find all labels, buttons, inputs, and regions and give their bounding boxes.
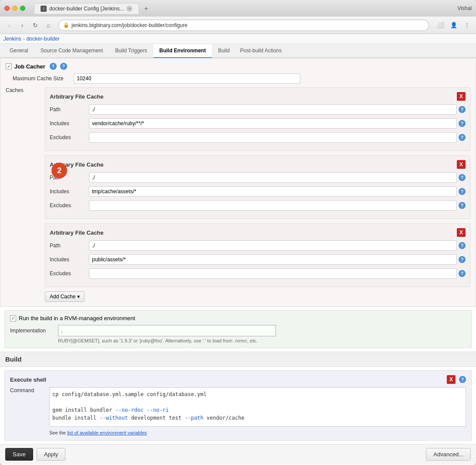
command-label: Command <box>10 387 49 427</box>
cache-3-excludes-input[interactable] <box>89 268 457 279</box>
job-cacher-checkbox[interactable] <box>6 63 12 69</box>
toolbar: ‹ › ↻ ⌂ 🔒 jenkins.bigbinary.com/job/dock… <box>0 17 476 34</box>
minimize-button[interactable] <box>12 6 17 11</box>
env-vars-row: See the list of available environment va… <box>10 429 466 436</box>
cache-3-delete-button[interactable]: X <box>457 228 466 237</box>
url-text: jenkins.bigbinary.com/job/docker-builder… <box>71 22 187 28</box>
new-tab-button[interactable]: + <box>141 3 151 14</box>
env-vars-link[interactable]: list of available environment variables <box>67 430 147 435</box>
cache-1-excludes-help[interactable]: ? <box>459 134 466 141</box>
maximize-button[interactable] <box>20 6 25 11</box>
execute-shell-delete-button[interactable]: X <box>447 375 456 384</box>
cache-2-includes-input[interactable] <box>89 186 457 197</box>
tab-build-environment[interactable]: Build Environment <box>153 44 212 58</box>
step-badge-2: 2 <box>51 163 67 178</box>
impl-label: Implementation <box>10 328 58 334</box>
advanced-button[interactable]: Advanced... <box>426 448 471 461</box>
cache-3-includes-row: Includes ? <box>50 254 466 265</box>
rvm-help-text: RUBY[@GEMSET], such as '1.9.3' or 'jruby… <box>10 338 466 343</box>
cache-3-excludes-label: Excludes <box>50 270 89 277</box>
job-cacher-help-icon[interactable]: ? <box>50 63 57 70</box>
rvm-section: 1 Run the build in a RVM-managed environ… <box>4 310 472 348</box>
job-cacher-header: Job Cacher ? ? <box>6 63 470 70</box>
breadcrumb-sep-1: › <box>23 36 25 42</box>
add-cache-label: Add Cache <box>50 294 75 300</box>
cache-1-path-label: Path <box>50 106 89 113</box>
cache-1-includes-help[interactable]: ? <box>459 120 466 127</box>
impl-row: Implementation <box>10 325 466 336</box>
cache-1-excludes-row: Excludes ? <box>50 132 466 143</box>
tab-scm[interactable]: Source Code Management <box>34 44 109 58</box>
cache-1-excludes-label: Excludes <box>50 134 89 140</box>
cache-3-includes-input[interactable] <box>89 254 457 265</box>
cache-1-header: Arbitrary File Cache X <box>50 92 466 101</box>
impl-input[interactable] <box>58 325 276 336</box>
cache-2-path-help[interactable]: ? <box>459 174 466 181</box>
add-cache-button[interactable]: Add Cache ▾ <box>45 291 85 302</box>
cache-3-includes-label: Includes <box>50 256 89 263</box>
cache-2-excludes-label: Excludes <box>50 202 89 209</box>
cache-1-excludes-input[interactable] <box>89 132 457 143</box>
jenkins-home-link[interactable]: Jenkins <box>3 36 21 42</box>
cache-2-excludes-row: Excludes ? <box>50 200 466 211</box>
back-button[interactable]: ‹ <box>3 20 15 31</box>
cache-3-path-help[interactable]: ? <box>459 242 466 249</box>
execute-shell-header: Execute shell X ? <box>10 375 466 384</box>
menu-button[interactable]: ⋮ <box>461 20 473 31</box>
cache-1-path-help[interactable]: ? <box>459 106 466 113</box>
cache-1-includes-row: Includes ? <box>50 118 466 129</box>
title-bar: J docker-builder Config [Jenkins... × + … <box>0 0 476 17</box>
save-button[interactable]: Save <box>5 448 33 461</box>
cache-1-title: Arbitrary File Cache <box>50 93 104 100</box>
toolbar-icons: ⬜ 👤 ⋮ <box>435 20 473 31</box>
active-tab[interactable]: J docker-builder Config [Jenkins... × <box>34 3 139 14</box>
cache-2-excludes-input[interactable] <box>89 200 457 211</box>
max-cache-input[interactable] <box>74 73 300 84</box>
command-textarea[interactable]: cp config/database.yml.sample config/dat… <box>49 387 466 427</box>
execute-shell-help[interactable]: ? <box>459 376 466 383</box>
address-bar[interactable]: 🔒 jenkins.bigbinary.com/job/docker-build… <box>58 20 429 31</box>
max-cache-label: Maximum Cache Size <box>13 75 74 82</box>
build-section-header: Build <box>0 352 476 367</box>
refresh-button[interactable]: ↻ <box>30 20 41 31</box>
job-cacher-help-icon-2[interactable]: ? <box>60 63 67 70</box>
config-tabs: General Source Code Management Build Tri… <box>0 44 476 58</box>
browser-window: J docker-builder Config [Jenkins... × + … <box>0 0 476 465</box>
tab-title: docker-builder Config [Jenkins... <box>49 6 124 12</box>
close-button[interactable] <box>4 6 10 11</box>
home-button[interactable]: ⌂ <box>43 20 54 31</box>
cast-button[interactable]: ⬜ <box>435 20 446 31</box>
cache-3: Arbitrary File Cache X Path ? Includes <box>45 223 470 287</box>
cache-3-excludes-help[interactable]: ? <box>459 270 466 277</box>
cache-1-delete-button[interactable]: X <box>457 92 466 101</box>
caches-content: 2 Arbitrary File Cache X Path ? <box>45 87 470 302</box>
cache-1-path-input[interactable] <box>89 104 457 115</box>
tab-triggers[interactable]: Build Triggers <box>109 44 153 58</box>
caches-label: Caches <box>6 87 45 302</box>
cache-2-delete-button[interactable]: X <box>457 160 466 169</box>
tab-close-button[interactable]: × <box>126 6 133 12</box>
cache-2-excludes-help[interactable]: ? <box>459 202 466 209</box>
cache-3-path-input[interactable] <box>89 240 457 251</box>
lock-icon: 🔒 <box>63 22 69 28</box>
cache-3-path-row: Path ? <box>50 240 466 251</box>
cache-3-excludes-row: Excludes ? <box>50 268 466 279</box>
main-content: Job Cacher ? ? Maximum Cache Size Caches… <box>0 58 476 465</box>
apply-button[interactable]: Apply <box>37 448 66 461</box>
cache-2-includes-row: Includes ? <box>50 186 466 197</box>
forward-button[interactable]: › <box>17 20 28 31</box>
rvm-checkbox[interactable] <box>10 315 16 321</box>
cache-3-title: Arbitrary File Cache <box>50 229 104 236</box>
cache-1-includes-input[interactable] <box>89 118 457 129</box>
rvm-header: Run the build in a RVM-managed environme… <box>10 315 466 321</box>
cache-3-includes-help[interactable]: ? <box>459 256 466 263</box>
cache-2-path-input[interactable] <box>89 172 457 183</box>
cache-3-path-label: Path <box>50 243 89 249</box>
project-link[interactable]: docker-builder <box>27 36 60 42</box>
tab-general[interactable]: General <box>3 44 34 58</box>
tab-favicon: J <box>41 6 47 12</box>
tab-post-build[interactable]: Post-build Actions <box>236 44 286 58</box>
cache-2-includes-help[interactable]: ? <box>459 188 466 195</box>
tab-build[interactable]: Build <box>212 44 236 58</box>
user-icon-btn[interactable]: 👤 <box>448 20 459 31</box>
